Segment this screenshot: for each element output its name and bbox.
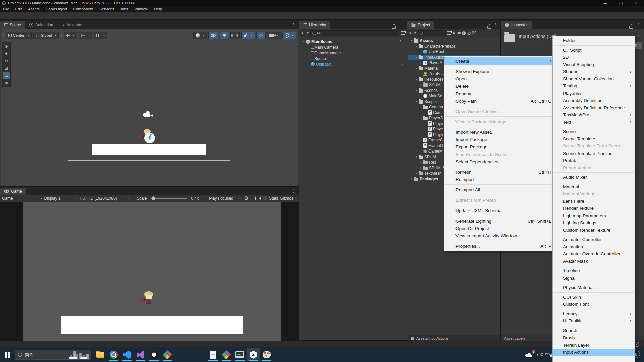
- menu-item-folder[interactable]: Folder: [553, 37, 635, 44]
- 2d-mode-toggle[interactable]: 2D: [208, 32, 218, 39]
- menu-item-animation[interactable]: Animation: [553, 243, 635, 251]
- tree-item-characterprefabs[interactable]: ▾CharacterPrefabs: [408, 44, 500, 49]
- menu-item-view-in-package-manager[interactable]: View in Package Manager: [444, 118, 555, 125]
- tab-animation[interactable]: Animation: [25, 21, 57, 29]
- menu-item-open-scene-additive[interactable]: Open Scene Additive: [444, 108, 555, 115]
- tree-expand-arrow[interactable]: ▾: [414, 78, 419, 81]
- mute-audio-icon[interactable]: [259, 197, 261, 200]
- add-button[interactable]: +: [301, 31, 304, 36]
- drag-handle[interactable]: ‖: [60, 32, 62, 39]
- menubar-item-gameobject[interactable]: GameObject: [43, 7, 70, 11]
- menu-item-generate-lighting[interactable]: Generate LightingCtrl+Shift+L: [444, 217, 555, 225]
- menu-item-find-references-in-scene[interactable]: Find References In Scene: [444, 150, 555, 158]
- view-tool-button[interactable]: ⊙: [3, 43, 10, 50]
- taskbar-icon-performance-monitor[interactable]: [233, 348, 247, 361]
- tree-item-mainscene[interactable]: ▾MainScene⋮: [300, 39, 406, 44]
- menu-item-show-in-explorer[interactable]: Show in Explorer: [444, 68, 555, 75]
- tree-item-gamemanager[interactable]: GameManager: [300, 50, 406, 56]
- menu-item-material-variant[interactable]: Material Variant: [553, 190, 635, 198]
- menu-item-lens-flare[interactable]: Lens Flare: [553, 198, 635, 205]
- pivot-mode-dropdown[interactable]: Center: [6, 32, 32, 39]
- menu-item-export-package[interactable]: Export Package...: [444, 143, 555, 150]
- menu-item-reimport[interactable]: Reimport: [444, 176, 555, 183]
- lock-icon[interactable]: [629, 26, 633, 29]
- menubar-item-jobs[interactable]: Jobs: [117, 7, 131, 11]
- menu-item-brush[interactable]: Brush: [553, 334, 635, 342]
- menu-item-extract-from-prefab[interactable]: Extract From Prefab: [444, 196, 555, 204]
- menu-item-animator-controller[interactable]: Animator Controller: [553, 236, 635, 243]
- menu-item-lightmap-parameters[interactable]: Lightmap Parameters: [553, 212, 635, 220]
- game-gizmos-dropdown[interactable]: Gizmos: [280, 196, 297, 201]
- taskbar-icon-notepad[interactable]: [206, 348, 220, 361]
- taskbar-icon-explorer[interactable]: [94, 348, 107, 361]
- hierarchy-search-input[interactable]: All: [310, 30, 399, 36]
- menu-item-visual-scripting[interactable]: Visual Scripting›: [553, 61, 635, 68]
- taskbar-icon-visual-studio[interactable]: [134, 348, 147, 361]
- menu-item-search[interactable]: Search›: [553, 327, 635, 335]
- menu-item-prefab-variant[interactable]: Prefab Variant: [553, 164, 635, 172]
- prefab-open-chevron[interactable]: ›: [401, 62, 403, 67]
- camera-settings-button[interactable]: [267, 32, 281, 39]
- menu-item-shader[interactable]: Shader›: [553, 68, 635, 75]
- tree-expand-arrow[interactable]: ▸: [419, 83, 423, 86]
- lock-icon[interactable]: [487, 26, 491, 29]
- tree-expand-arrow[interactable]: ▸: [410, 177, 414, 180]
- taskbar-icon-office[interactable]: [161, 348, 174, 361]
- tree-expand-arrow[interactable]: ▾: [419, 117, 423, 120]
- tree-item-square[interactable]: Square: [300, 56, 406, 61]
- tab-game[interactable]: Game: [0, 188, 26, 195]
- menu-item-scene-template-from-scene[interactable]: Scene Template From Scene: [553, 142, 635, 150]
- frame-debugger-icon[interactable]: [245, 196, 248, 200]
- tree-item-assets[interactable]: ▾Assets: [408, 38, 500, 44]
- project-search-input[interactable]: [418, 30, 446, 36]
- menu-item-signal[interactable]: Signal: [553, 275, 635, 282]
- menubar-item-services[interactable]: Services: [96, 7, 117, 11]
- scale-slider[interactable]: [150, 198, 187, 199]
- search-by-type-icon[interactable]: [452, 32, 456, 34]
- add-button[interactable]: +: [409, 31, 412, 36]
- menu-item-refresh[interactable]: RefreshCtrl+R: [444, 168, 555, 176]
- tab-animator[interactable]: ⇥Animator: [57, 21, 87, 29]
- menu-item-import-new-asset[interactable]: Import New Asset...: [444, 128, 555, 136]
- kebab-menu-icon[interactable]: ⋮: [636, 33, 640, 38]
- hidden-packages-toggle[interactable]: ∅22: [467, 31, 476, 35]
- tree-expand-arrow[interactable]: ▾: [414, 89, 419, 92]
- game-mode-dropdown[interactable]: Game: [2, 196, 42, 201]
- open-in-window-icon[interactable]: [401, 31, 405, 35]
- snap-increment-button[interactable]: [94, 32, 107, 39]
- menubar-item-component[interactable]: Component: [70, 7, 96, 11]
- kebab-menu-icon[interactable]: ⋮: [399, 39, 403, 44]
- menu-item-reimport-all[interactable]: Reimport All: [444, 186, 555, 193]
- tab-project[interactable]: Project: [407, 21, 434, 29]
- tab-inspector[interactable]: iInspector: [501, 21, 532, 29]
- tree-item-main-camera[interactable]: Main Camera: [300, 44, 406, 50]
- transform-tool-button[interactable]: ⊕: [3, 79, 10, 86]
- weather-cloud-icon[interactable]: 1: [525, 352, 534, 357]
- menubar-item-help[interactable]: Help: [151, 7, 165, 11]
- kebab-menu-icon[interactable]: ⋮: [399, 22, 403, 27]
- menu-item-animator-override-controller[interactable]: Animator Override Controller: [553, 250, 635, 258]
- tab-hierarchy[interactable]: ☰Hierarchy: [299, 21, 330, 29]
- menubar-item-edit[interactable]: Edit: [12, 7, 25, 11]
- slider-knob[interactable]: [152, 196, 155, 200]
- menu-item-open[interactable]: Open: [444, 75, 555, 82]
- menu-item-terrain-layer[interactable]: Terrain Layer: [553, 342, 635, 349]
- display-dropdown[interactable]: Display 1: [44, 196, 78, 201]
- menu-item-open-c-project[interactable]: Open C# Project: [444, 225, 555, 232]
- scene-effects-toggle[interactable]: [241, 32, 255, 39]
- tree-expand-arrow[interactable]: ▾: [414, 56, 419, 59]
- menu-item-lighting-settings[interactable]: Lighting Settings: [553, 219, 635, 227]
- menu-item-timeline[interactable]: Timeline: [553, 267, 635, 275]
- kebab-menu-icon[interactable]: ⋮: [636, 22, 640, 27]
- menu-item-custom-render-texture[interactable]: Custom Render Texture: [553, 227, 635, 234]
- camera-gizmo-icon[interactable]: [143, 111, 154, 119]
- menu-item-shader-variant-collection[interactable]: Shader Variant Collection: [553, 75, 635, 83]
- game-viewport[interactable]: [23, 202, 281, 341]
- tree-expand-arrow[interactable]: ▾: [414, 155, 419, 158]
- tree-expand-arrow[interactable]: ▾: [419, 106, 423, 109]
- gizmos-dropdown[interactable]: [282, 32, 296, 39]
- tree-expand-arrow[interactable]: ▾: [302, 40, 306, 43]
- menu-item-create[interactable]: Create›: [444, 57, 555, 65]
- menu-item-legacy[interactable]: Legacy›: [553, 310, 635, 318]
- orientation-dropdown[interactable]: Global: [33, 32, 59, 39]
